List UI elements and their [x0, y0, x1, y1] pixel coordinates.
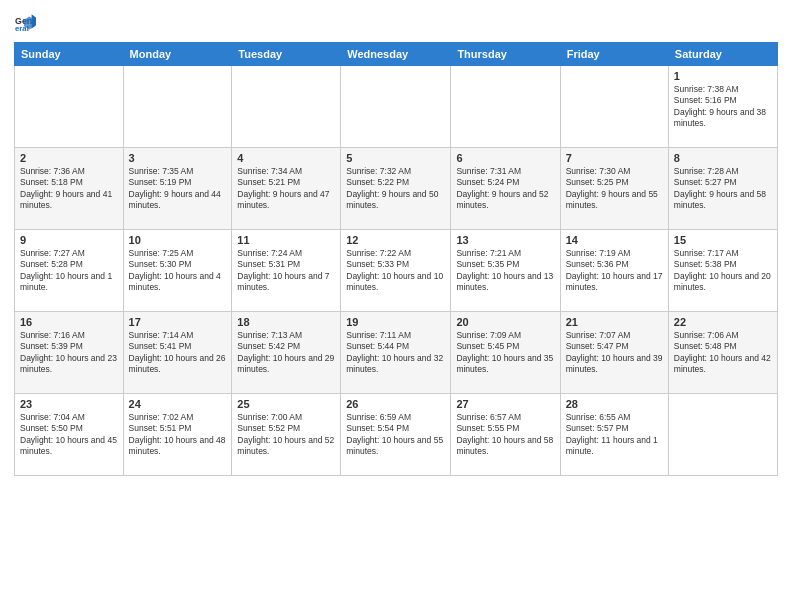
- calendar-cell: 18Sunrise: 7:13 AM Sunset: 5:42 PM Dayli…: [232, 312, 341, 394]
- calendar-cell: 21Sunrise: 7:07 AM Sunset: 5:47 PM Dayli…: [560, 312, 668, 394]
- day-info: Sunrise: 7:14 AM Sunset: 5:41 PM Dayligh…: [129, 330, 227, 376]
- column-header-wednesday: Wednesday: [341, 43, 451, 66]
- day-number: 26: [346, 398, 445, 410]
- day-info: Sunrise: 7:28 AM Sunset: 5:27 PM Dayligh…: [674, 166, 772, 212]
- day-info: Sunrise: 7:34 AM Sunset: 5:21 PM Dayligh…: [237, 166, 335, 212]
- day-info: Sunrise: 7:38 AM Sunset: 5:16 PM Dayligh…: [674, 84, 772, 130]
- page-container: Gen eral SundayMondayTuesdayWednesdayThu…: [0, 0, 792, 484]
- calendar-cell: 28Sunrise: 6:55 AM Sunset: 5:57 PM Dayli…: [560, 394, 668, 476]
- column-header-friday: Friday: [560, 43, 668, 66]
- calendar-cell: 17Sunrise: 7:14 AM Sunset: 5:41 PM Dayli…: [123, 312, 232, 394]
- calendar-cell: 10Sunrise: 7:25 AM Sunset: 5:30 PM Dayli…: [123, 230, 232, 312]
- calendar-table: SundayMondayTuesdayWednesdayThursdayFrid…: [14, 42, 778, 476]
- calendar-cell: 4Sunrise: 7:34 AM Sunset: 5:21 PM Daylig…: [232, 148, 341, 230]
- day-number: 19: [346, 316, 445, 328]
- calendar-cell: 5Sunrise: 7:32 AM Sunset: 5:22 PM Daylig…: [341, 148, 451, 230]
- day-number: 1: [674, 70, 772, 82]
- day-number: 25: [237, 398, 335, 410]
- calendar-cell: 26Sunrise: 6:59 AM Sunset: 5:54 PM Dayli…: [341, 394, 451, 476]
- day-info: Sunrise: 7:30 AM Sunset: 5:25 PM Dayligh…: [566, 166, 663, 212]
- day-info: Sunrise: 7:07 AM Sunset: 5:47 PM Dayligh…: [566, 330, 663, 376]
- calendar-cell: 12Sunrise: 7:22 AM Sunset: 5:33 PM Dayli…: [341, 230, 451, 312]
- day-number: 4: [237, 152, 335, 164]
- column-header-tuesday: Tuesday: [232, 43, 341, 66]
- calendar-cell: 22Sunrise: 7:06 AM Sunset: 5:48 PM Dayli…: [668, 312, 777, 394]
- calendar-cell: [232, 66, 341, 148]
- calendar-week-3: 9Sunrise: 7:27 AM Sunset: 5:28 PM Daylig…: [15, 230, 778, 312]
- day-number: 7: [566, 152, 663, 164]
- day-info: Sunrise: 7:17 AM Sunset: 5:38 PM Dayligh…: [674, 248, 772, 294]
- calendar-cell: [341, 66, 451, 148]
- calendar-header: SundayMondayTuesdayWednesdayThursdayFrid…: [15, 43, 778, 66]
- calendar-cell: 7Sunrise: 7:30 AM Sunset: 5:25 PM Daylig…: [560, 148, 668, 230]
- day-info: Sunrise: 7:21 AM Sunset: 5:35 PM Dayligh…: [456, 248, 554, 294]
- day-info: Sunrise: 7:25 AM Sunset: 5:30 PM Dayligh…: [129, 248, 227, 294]
- calendar-cell: [15, 66, 124, 148]
- calendar-cell: 23Sunrise: 7:04 AM Sunset: 5:50 PM Dayli…: [15, 394, 124, 476]
- day-number: 15: [674, 234, 772, 246]
- day-info: Sunrise: 6:59 AM Sunset: 5:54 PM Dayligh…: [346, 412, 445, 458]
- column-header-sunday: Sunday: [15, 43, 124, 66]
- calendar-cell: 9Sunrise: 7:27 AM Sunset: 5:28 PM Daylig…: [15, 230, 124, 312]
- day-number: 14: [566, 234, 663, 246]
- calendar-cell: 19Sunrise: 7:11 AM Sunset: 5:44 PM Dayli…: [341, 312, 451, 394]
- calendar-cell: 11Sunrise: 7:24 AM Sunset: 5:31 PM Dayli…: [232, 230, 341, 312]
- day-number: 20: [456, 316, 554, 328]
- day-number: 13: [456, 234, 554, 246]
- day-number: 11: [237, 234, 335, 246]
- day-number: 8: [674, 152, 772, 164]
- calendar-cell: 2Sunrise: 7:36 AM Sunset: 5:18 PM Daylig…: [15, 148, 124, 230]
- header-row: SundayMondayTuesdayWednesdayThursdayFrid…: [15, 43, 778, 66]
- calendar-cell: 25Sunrise: 7:00 AM Sunset: 5:52 PM Dayli…: [232, 394, 341, 476]
- day-info: Sunrise: 7:32 AM Sunset: 5:22 PM Dayligh…: [346, 166, 445, 212]
- calendar-cell: [451, 66, 560, 148]
- day-number: 9: [20, 234, 118, 246]
- calendar-week-5: 23Sunrise: 7:04 AM Sunset: 5:50 PM Dayli…: [15, 394, 778, 476]
- calendar-body: 1Sunrise: 7:38 AM Sunset: 5:16 PM Daylig…: [15, 66, 778, 476]
- day-info: Sunrise: 7:27 AM Sunset: 5:28 PM Dayligh…: [20, 248, 118, 294]
- day-info: Sunrise: 6:55 AM Sunset: 5:57 PM Dayligh…: [566, 412, 663, 458]
- calendar-cell: 8Sunrise: 7:28 AM Sunset: 5:27 PM Daylig…: [668, 148, 777, 230]
- calendar-cell: 14Sunrise: 7:19 AM Sunset: 5:36 PM Dayli…: [560, 230, 668, 312]
- calendar-cell: 27Sunrise: 6:57 AM Sunset: 5:55 PM Dayli…: [451, 394, 560, 476]
- calendar-cell: 16Sunrise: 7:16 AM Sunset: 5:39 PM Dayli…: [15, 312, 124, 394]
- calendar-week-4: 16Sunrise: 7:16 AM Sunset: 5:39 PM Dayli…: [15, 312, 778, 394]
- logo-icon: Gen eral: [14, 12, 36, 34]
- calendar-cell: [668, 394, 777, 476]
- day-info: Sunrise: 7:19 AM Sunset: 5:36 PM Dayligh…: [566, 248, 663, 294]
- day-info: Sunrise: 7:09 AM Sunset: 5:45 PM Dayligh…: [456, 330, 554, 376]
- calendar-cell: 3Sunrise: 7:35 AM Sunset: 5:19 PM Daylig…: [123, 148, 232, 230]
- day-number: 10: [129, 234, 227, 246]
- day-number: 17: [129, 316, 227, 328]
- day-info: Sunrise: 7:31 AM Sunset: 5:24 PM Dayligh…: [456, 166, 554, 212]
- day-number: 12: [346, 234, 445, 246]
- day-info: Sunrise: 7:24 AM Sunset: 5:31 PM Dayligh…: [237, 248, 335, 294]
- day-number: 22: [674, 316, 772, 328]
- day-number: 21: [566, 316, 663, 328]
- column-header-saturday: Saturday: [668, 43, 777, 66]
- day-info: Sunrise: 7:16 AM Sunset: 5:39 PM Dayligh…: [20, 330, 118, 376]
- day-info: Sunrise: 6:57 AM Sunset: 5:55 PM Dayligh…: [456, 412, 554, 458]
- day-number: 16: [20, 316, 118, 328]
- day-number: 24: [129, 398, 227, 410]
- header: Gen eral: [14, 12, 778, 34]
- day-number: 6: [456, 152, 554, 164]
- day-info: Sunrise: 7:36 AM Sunset: 5:18 PM Dayligh…: [20, 166, 118, 212]
- calendar-cell: 13Sunrise: 7:21 AM Sunset: 5:35 PM Dayli…: [451, 230, 560, 312]
- day-info: Sunrise: 7:06 AM Sunset: 5:48 PM Dayligh…: [674, 330, 772, 376]
- day-number: 2: [20, 152, 118, 164]
- day-info: Sunrise: 7:22 AM Sunset: 5:33 PM Dayligh…: [346, 248, 445, 294]
- calendar-cell: [560, 66, 668, 148]
- day-number: 5: [346, 152, 445, 164]
- calendar-cell: 15Sunrise: 7:17 AM Sunset: 5:38 PM Dayli…: [668, 230, 777, 312]
- column-header-monday: Monday: [123, 43, 232, 66]
- calendar-cell: [123, 66, 232, 148]
- day-number: 23: [20, 398, 118, 410]
- day-info: Sunrise: 7:13 AM Sunset: 5:42 PM Dayligh…: [237, 330, 335, 376]
- calendar-cell: 1Sunrise: 7:38 AM Sunset: 5:16 PM Daylig…: [668, 66, 777, 148]
- calendar-cell: 24Sunrise: 7:02 AM Sunset: 5:51 PM Dayli…: [123, 394, 232, 476]
- day-info: Sunrise: 7:04 AM Sunset: 5:50 PM Dayligh…: [20, 412, 118, 458]
- day-info: Sunrise: 7:02 AM Sunset: 5:51 PM Dayligh…: [129, 412, 227, 458]
- day-info: Sunrise: 7:35 AM Sunset: 5:19 PM Dayligh…: [129, 166, 227, 212]
- day-info: Sunrise: 7:11 AM Sunset: 5:44 PM Dayligh…: [346, 330, 445, 376]
